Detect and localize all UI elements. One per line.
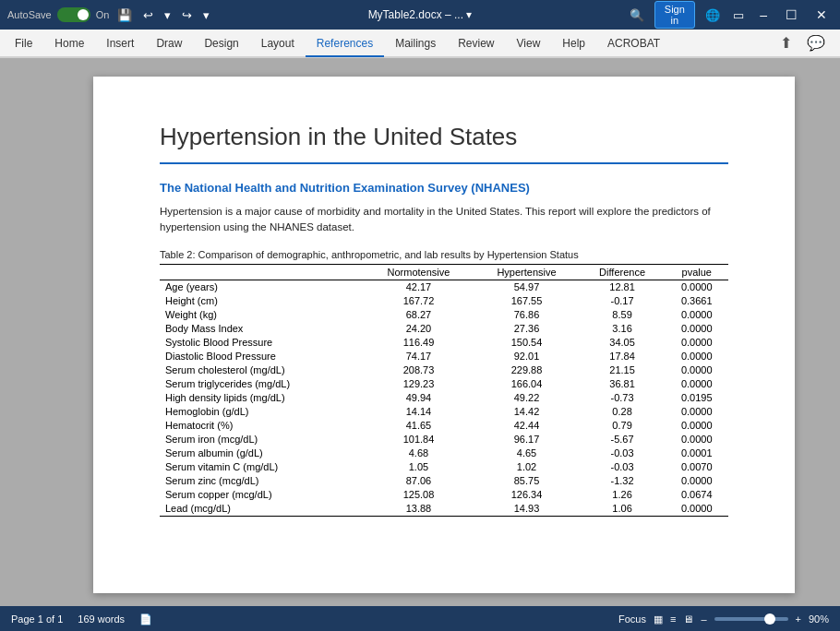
cell-value: 41.65 <box>364 419 474 433</box>
cell-value: 101.84 <box>364 433 474 446</box>
cell-label: Serum triglycerides (mg/dL) <box>160 377 364 391</box>
customize-icon[interactable]: ▾ <box>200 6 212 24</box>
close-button[interactable]: ✕ <box>810 6 833 23</box>
cell-label: Lead (mcg/dL) <box>160 502 364 517</box>
table-row: Serum cholesterol (mg/dL)208.73229.8821.… <box>160 363 728 377</box>
ribbon-tabs: File Home Insert Draw Design Layout Refe… <box>0 30 840 57</box>
cell-value: 116.49 <box>364 336 474 350</box>
tab-help[interactable]: Help <box>551 30 596 57</box>
table-row: Diastolic Blood Pressure74.1792.0117.840… <box>160 350 728 363</box>
cell-value: 0.0000 <box>666 350 729 363</box>
filename-dropdown[interactable]: ▾ <box>466 8 472 21</box>
proofing-icon[interactable]: 📄 <box>139 613 152 625</box>
title-bar: AutoSave On 💾 ↩ ▾ ↪ ▾ MyTable2.docx – ..… <box>0 0 840 30</box>
tab-design[interactable]: Design <box>193 30 249 57</box>
table-row: Systolic Blood Pressure116.49150.5434.05… <box>160 336 728 350</box>
tab-layout[interactable]: Layout <box>250 30 306 57</box>
col-header-pvalue: pvalue <box>666 264 729 280</box>
cell-value: 21.15 <box>580 363 666 377</box>
cell-value: 0.0000 <box>666 336 729 350</box>
cell-value: 126.34 <box>474 488 579 502</box>
restore-ribbon-icon[interactable]: ▭ <box>730 6 747 24</box>
status-bar: Page 1 of 1 169 words 📄 Focus ▦ ≡ 🖥 – + … <box>0 606 840 631</box>
cell-value: 24.20 <box>364 322 474 336</box>
table-row: Hematocrit (%)41.6542.440.790.0000 <box>160 419 728 433</box>
comment-icon[interactable]: 💬 <box>803 32 829 54</box>
header-row: Normotensive Hypertensive Difference pva… <box>160 264 728 280</box>
cell-label: Hematocrit (%) <box>160 419 364 433</box>
signin-button[interactable]: Sign in <box>654 1 696 29</box>
filename-text: MyTable2.docx – ... <box>368 8 463 21</box>
cell-value: 125.08 <box>364 488 474 502</box>
col-header-normotensive: Normotensive <box>364 264 474 280</box>
cell-value: 36.81 <box>580 377 666 391</box>
cell-label: Serum vitamin C (mg/dL) <box>160 460 364 474</box>
cell-label: Body Mass Index <box>160 322 364 336</box>
cell-value: 42.17 <box>364 280 474 294</box>
document-main[interactable]: Hypertension in the United States The Na… <box>66 58 822 606</box>
document-area: Hypertension in the United States The Na… <box>0 58 840 606</box>
tab-file[interactable]: File <box>4 30 43 57</box>
save-icon[interactable]: 💾 <box>114 6 135 24</box>
tab-home[interactable]: Home <box>43 30 95 57</box>
cell-value: 0.0000 <box>666 474 729 488</box>
cell-value: 96.17 <box>474 433 579 446</box>
redo-icon[interactable]: ↪ <box>179 6 195 24</box>
tab-review[interactable]: Review <box>447 30 505 57</box>
zoom-in-icon[interactable]: + <box>796 613 801 625</box>
tab-references[interactable]: References <box>306 30 384 57</box>
cell-value: 68.27 <box>364 308 474 322</box>
zoom-slider[interactable] <box>714 617 788 621</box>
cell-label: Hemoglobin (g/dL) <box>160 405 364 419</box>
cell-label: Serum iron (mcg/dL) <box>160 433 364 446</box>
cell-value: 166.04 <box>474 377 579 391</box>
cell-value: 49.22 <box>474 391 579 405</box>
view-web-icon[interactable]: 🖥 <box>683 613 693 625</box>
title-divider <box>160 162 728 164</box>
cell-value: 208.73 <box>364 363 474 377</box>
cell-value: 54.97 <box>474 280 579 294</box>
body-paragraph: Hypertension is a major cause of morbidi… <box>160 204 728 236</box>
cell-value: 129.23 <box>364 377 474 391</box>
tab-view[interactable]: View <box>506 30 552 57</box>
search-icon[interactable]: 🔍 <box>627 6 647 24</box>
share-icon[interactable]: ⬆ <box>776 32 796 54</box>
tab-acrobat[interactable]: ACROBAT <box>596 30 671 57</box>
tab-mailings[interactable]: Mailings <box>384 30 447 57</box>
cell-value: 0.0000 <box>666 377 729 391</box>
col-header-difference: Difference <box>580 264 666 280</box>
cell-label: Serum albumin (g/dL) <box>160 446 364 460</box>
title-bar-left: AutoSave On 💾 ↩ ▾ ↪ ▾ <box>7 6 214 24</box>
view-read-icon[interactable]: ≡ <box>670 613 676 625</box>
table-row: Hemoglobin (g/dL)14.1414.420.280.0000 <box>160 405 728 419</box>
table-row: Serum albumin (g/dL)4.684.65-0.030.0001 <box>160 446 728 460</box>
cell-value: 0.0000 <box>666 308 729 322</box>
autosave-toggle[interactable] <box>57 7 90 22</box>
title-bar-right: 🔍 Sign in 🌐 ▭ – ☐ ✕ <box>627 1 834 29</box>
ribbon-actions: ⬆ 💬 <box>776 32 836 54</box>
cell-value: 0.0000 <box>666 433 729 446</box>
tab-draw[interactable]: Draw <box>145 30 193 57</box>
zoom-out-icon[interactable]: – <box>701 613 706 625</box>
cell-value: 0.0000 <box>666 419 729 433</box>
section-heading: The National Health and Nutrition Examin… <box>160 181 728 195</box>
cell-value: 49.94 <box>364 391 474 405</box>
table-row: Serum copper (mcg/dL)125.08126.341.260.0… <box>160 488 728 502</box>
undo-dropdown-icon[interactable]: ▾ <box>162 6 174 24</box>
focus-label[interactable]: Focus <box>618 613 646 625</box>
table-row: High density lipids (mg/dL)49.9449.22-0.… <box>160 391 728 405</box>
view-normal-icon[interactable]: ▦ <box>654 613 663 625</box>
cell-value: 85.75 <box>474 474 579 488</box>
cell-label: Height (cm) <box>160 294 364 308</box>
document-title: Hypertension in the United States <box>160 123 728 151</box>
minimize-button[interactable]: – <box>754 6 773 23</box>
undo-icon[interactable]: ↩ <box>140 6 156 24</box>
cell-value: 0.0674 <box>666 488 729 502</box>
table-row: Body Mass Index24.2027.363.160.0000 <box>160 322 728 336</box>
globe-icon[interactable]: 🌐 <box>702 6 723 24</box>
table-caption: Table 2: Comparison of demographic, anth… <box>160 249 728 260</box>
cell-value: 0.79 <box>580 419 666 433</box>
cell-value: 34.05 <box>580 336 666 350</box>
maximize-button[interactable]: ☐ <box>780 6 803 23</box>
tab-insert[interactable]: Insert <box>95 30 145 57</box>
